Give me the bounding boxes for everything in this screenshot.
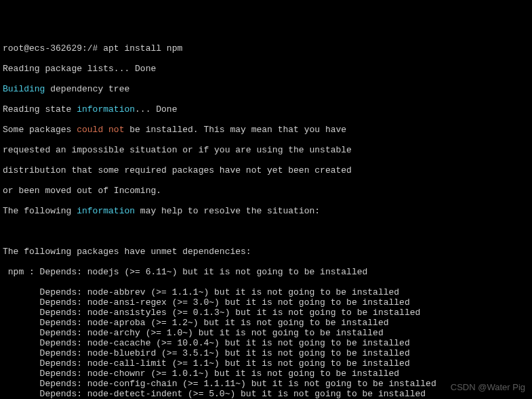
text: dependency tree	[45, 84, 129, 94]
text: be installed. This may mean that you hav…	[124, 125, 346, 135]
text: Reading state	[3, 104, 77, 114]
dependency-line: Depends: node-chownr (>= 1.0.1~) but it …	[3, 369, 529, 379]
dependency-line: Depends: node-cacache (>= 10.0.4~) but i…	[3, 338, 529, 348]
dependency-line: npm : Depends: nodejs (>= 6.11~) but it …	[3, 267, 529, 277]
dependency-line: Depends: node-aproba (>= 1.2~) but it is…	[3, 318, 529, 328]
dependency-line: Depends: node-ansi-regex (>= 3.0~) but i…	[3, 297, 529, 308]
text: Some packages	[3, 125, 77, 135]
output-line: Reading package lists... Done	[3, 64, 529, 74]
dependency-line: Depends: node-call-limit (>= 1.1~) but i…	[3, 358, 529, 369]
output-line: The following packages have unmet depend…	[3, 247, 529, 257]
output-line: or been moved out of Incoming.	[3, 186, 529, 196]
highlight-information: information	[77, 206, 135, 216]
dependency-line: Depends: node-archy (>= 1.0~) but it is …	[3, 328, 529, 338]
output-line: distribution that some required packages…	[3, 165, 529, 175]
dependency-line: Depends: node-ansistyles (>= 0.1.3~) but…	[3, 308, 529, 318]
highlight-information: information	[77, 104, 135, 114]
output-line: The following information may help to re…	[3, 206, 529, 216]
text: may help to resolve the situation:	[135, 206, 320, 216]
output-line: requested an impossible situation or if …	[3, 145, 529, 155]
highlight-building: Building	[3, 84, 45, 94]
output-line: Building dependency tree	[3, 84, 529, 94]
dependency-line: Depends: node-abbrev (>= 1.1.1~) but it …	[3, 287, 529, 297]
output-line: Reading state information... Done	[3, 104, 529, 114]
dependency-line: Depends: node-bluebird (>= 3.5.1~) but i…	[3, 348, 529, 358]
text: The following	[3, 206, 77, 216]
highlight-couldnot: could not	[77, 125, 124, 135]
terminal-prompt[interactable]: root@ecs-362629:/# apt install npm	[3, 43, 529, 54]
output-line: Some packages could not be installed. Th…	[3, 125, 529, 135]
text: ... Done	[135, 104, 177, 114]
watermark: CSDN @Water Pig	[451, 382, 525, 392]
blank-line	[3, 226, 529, 236]
